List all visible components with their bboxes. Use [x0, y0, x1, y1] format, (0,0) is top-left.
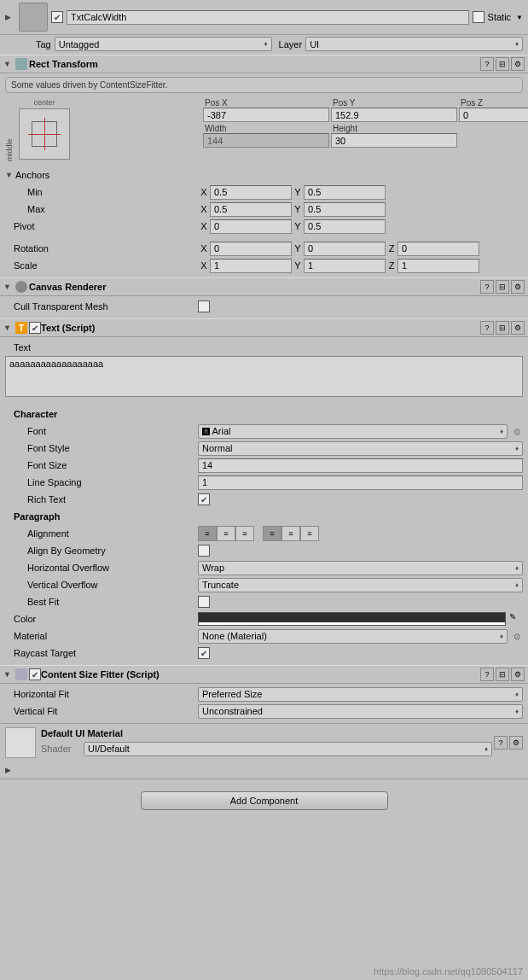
object-picker-icon[interactable]: ⊙	[511, 425, 523, 437]
rich-text-checkbox[interactable]	[198, 493, 210, 505]
docs-button[interactable]: ?	[494, 736, 508, 750]
scale-z-input[interactable]	[397, 259, 479, 273]
text-enabled-checkbox[interactable]	[29, 322, 41, 334]
y-label: Y	[292, 260, 304, 271]
preset-button[interactable]: ⊟	[496, 57, 509, 71]
align-center-button[interactable]: ≡	[217, 526, 235, 541]
best-fit-label: Best Fit	[5, 597, 198, 607]
docs-button[interactable]: ?	[480, 280, 494, 294]
align-by-geom-checkbox[interactable]	[198, 545, 210, 557]
font-size-label: Font Size	[5, 460, 198, 470]
y-label: Y	[292, 187, 304, 197]
object-picker-icon[interactable]: ⊙	[511, 630, 523, 642]
active-checkbox[interactable]	[51, 11, 63, 23]
material-thumb[interactable]	[5, 727, 36, 758]
cull-checkbox[interactable]	[198, 300, 210, 312]
preset-button[interactable]: ⊟	[496, 280, 509, 294]
context-menu-icon[interactable]: ⚙	[511, 321, 525, 335]
align-bottom-button[interactable]: ≡	[300, 526, 319, 541]
context-menu-icon[interactable]: ⚙	[511, 668, 525, 681]
align-right-button[interactable]: ≡	[235, 526, 254, 541]
align-top-button[interactable]: ≡	[263, 526, 281, 541]
fold-icon[interactable]: ▼	[3, 324, 12, 332]
rot-y-input[interactable]	[304, 242, 386, 256]
context-menu-icon[interactable]: ⚙	[509, 736, 523, 750]
static-dropdown-icon[interactable]: ▼	[516, 14, 523, 21]
scale-y-input[interactable]	[304, 259, 386, 273]
min-x-input[interactable]	[210, 185, 292, 200]
watermark: https://blog.csdn.net/qq1090504117	[374, 966, 523, 977]
font-size-input[interactable]	[198, 458, 523, 473]
material-title: Default UI Material	[41, 728, 123, 738]
align-by-geom-label: Align By Geometry	[5, 545, 198, 556]
gameobject-name-input[interactable]	[67, 10, 469, 25]
posz-input[interactable]	[459, 108, 528, 122]
width-label: Width	[203, 124, 329, 133]
rot-z-input[interactable]	[397, 242, 479, 256]
align-middle-button[interactable]: ≡	[281, 526, 300, 541]
rot-x-input[interactable]	[210, 242, 292, 256]
font-field[interactable]: 🅰 Arial	[198, 424, 508, 439]
add-component-button[interactable]: Add Component	[141, 791, 388, 810]
y-label: Y	[292, 204, 304, 214]
font-style-dropdown[interactable]: Normal	[198, 441, 523, 456]
text-icon: T	[15, 322, 27, 334]
csf-enabled-checkbox[interactable]	[29, 668, 41, 680]
preset-button[interactable]: ⊟	[496, 321, 509, 335]
max-y-input[interactable]	[304, 202, 386, 217]
fold-icon[interactable]: ▼	[3, 283, 12, 291]
line-spacing-input[interactable]	[198, 475, 523, 490]
posx-label: Pos X	[203, 98, 329, 108]
rect-transform-title: Rect Transform	[29, 59, 479, 69]
v-overflow-label: Vertical Overflow	[5, 580, 198, 590]
material-field[interactable]: None (Material)	[198, 629, 508, 644]
eyedropper-icon[interactable]: ✎	[509, 612, 523, 626]
gameobject-icon[interactable]	[19, 3, 48, 32]
fold-icon[interactable]: ▶	[5, 766, 14, 774]
raycast-label: Raycast Target	[5, 648, 198, 658]
h-overflow-dropdown[interactable]: Wrap	[198, 561, 523, 575]
scale-x-input[interactable]	[210, 259, 292, 273]
context-menu-icon[interactable]: ⚙	[511, 280, 525, 294]
max-x-input[interactable]	[210, 202, 292, 217]
height-input[interactable]	[331, 133, 457, 148]
tag-dropdown[interactable]: Untagged	[55, 37, 272, 51]
rotation-label: Rotation	[5, 243, 198, 254]
anchor-preset-button[interactable]	[19, 108, 70, 160]
layer-dropdown[interactable]: UI	[305, 37, 523, 51]
docs-button[interactable]: ?	[480, 57, 494, 71]
color-swatch[interactable]	[198, 612, 506, 626]
fold-icon[interactable]: ▼	[3, 670, 12, 679]
v-overflow-dropdown[interactable]: Truncate	[198, 578, 523, 592]
pivot-x-input[interactable]	[210, 219, 292, 234]
min-y-input[interactable]	[304, 185, 386, 200]
fold-icon[interactable]: ▼	[5, 171, 14, 179]
docs-button[interactable]: ?	[480, 321, 494, 335]
rich-text-label: Rich Text	[5, 494, 198, 505]
raycast-checkbox[interactable]	[198, 647, 210, 659]
anchor-h-label: center	[33, 98, 55, 107]
posx-input[interactable]	[203, 108, 329, 122]
gameobject-header: ▶ Static ▼	[0, 0, 528, 35]
pivot-y-input[interactable]	[304, 219, 386, 234]
docs-button[interactable]: ?	[480, 668, 494, 681]
material-header: Default UI Material ShaderUI/Default ? ⚙	[0, 723, 528, 761]
x-label: X	[198, 204, 210, 214]
fold-icon[interactable]: ▼	[3, 60, 12, 68]
line-spacing-label: Line Spacing	[5, 477, 198, 487]
character-label: Character	[5, 409, 198, 419]
canvas-renderer-header: ▼ Canvas Renderer ? ⊟ ⚙	[0, 277, 528, 296]
preset-button[interactable]: ⊟	[496, 668, 509, 681]
fold-icon[interactable]: ▶	[5, 13, 14, 21]
posy-input[interactable]	[331, 108, 457, 122]
csf-icon	[15, 668, 27, 680]
shader-dropdown[interactable]: UI/Default	[84, 742, 492, 756]
static-checkbox[interactable]	[473, 11, 484, 23]
h-fit-dropdown[interactable]: Preferred Size	[198, 687, 523, 702]
text-textarea[interactable]: aaaaaaaaaaaaaaaaaa	[5, 356, 523, 397]
context-menu-icon[interactable]: ⚙	[511, 57, 525, 71]
v-fit-dropdown[interactable]: Unconstrained	[198, 704, 523, 719]
x-label: X	[198, 243, 210, 254]
align-left-button[interactable]: ≡	[198, 526, 217, 541]
best-fit-checkbox[interactable]	[198, 596, 210, 608]
